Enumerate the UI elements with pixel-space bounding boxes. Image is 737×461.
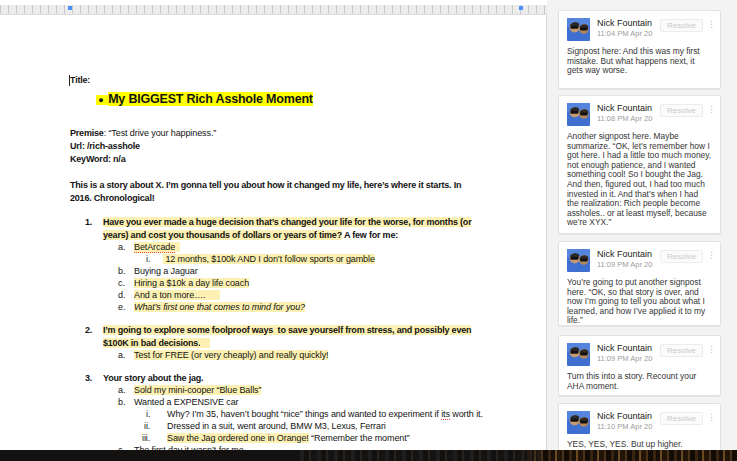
list-marker: 3. xyxy=(85,373,92,384)
comment-menu-icon[interactable]: ⋮ xyxy=(707,20,716,29)
comment-body: Signpost here: And this was my first mis… xyxy=(567,47,712,76)
comment-author: Nick Fountain xyxy=(597,411,652,421)
list-marker: b. xyxy=(118,266,125,277)
doc-text: Hiring a $10k a day life coach xyxy=(134,278,249,289)
comment-card[interactable]: Nick Fountain11:09 PM Apr 20Resolve⋮Turn… xyxy=(558,335,721,396)
comment-card[interactable]: Nick Fountain11:04 PM Apr 20Resolve⋮Sign… xyxy=(558,10,721,89)
comment-timestamp: 11:04 PM Apr 20 xyxy=(597,29,652,38)
doc-text: Buying a Jaguar xyxy=(134,266,198,277)
comment-author: Nick Fountain xyxy=(597,103,652,113)
comment-timestamp: 11:08 PM Apr 20 xyxy=(597,114,652,123)
list-marker: 2. xyxy=(85,325,92,336)
list-marker: b. xyxy=(118,397,125,408)
resolve-button[interactable]: Resolve xyxy=(660,250,703,263)
docs-window: Title: ● My BIGGEST Rich Asshole MomentP… xyxy=(0,0,737,461)
doc-text: Have you ever made a huge decision that’… xyxy=(103,217,471,228)
list-marker: a. xyxy=(118,385,125,396)
background-window-strip xyxy=(0,450,737,461)
doc-text: Saw the Jag ordered one in Orange! “Reme… xyxy=(167,433,410,444)
comment-menu-icon[interactable]: ⋮ xyxy=(707,251,716,260)
doc-text: 12 months, $100k AND I don’t follow spor… xyxy=(163,254,375,265)
doc-text: ● My BIGGEST Rich Asshole Moment xyxy=(96,94,313,106)
avatar xyxy=(567,249,590,272)
list-marker: i. xyxy=(146,409,150,420)
doc-text: Title: xyxy=(70,75,90,86)
list-marker: ii. xyxy=(144,421,150,432)
avatar xyxy=(567,103,590,126)
comment-author: Nick Fountain xyxy=(597,249,652,259)
indent-marker[interactable] xyxy=(68,6,72,10)
comment-author: Nick Fountain xyxy=(597,343,652,353)
comment-timestamp: 11:09 PM Apr 20 xyxy=(597,260,652,269)
doc-text: Test for FREE (or very cheaply) and real… xyxy=(134,350,328,361)
list-marker: i. xyxy=(146,254,150,265)
comment-menu-icon[interactable]: ⋮ xyxy=(707,413,716,422)
comment-menu-icon[interactable]: ⋮ xyxy=(707,345,716,354)
background-texture xyxy=(527,450,737,461)
doc-text: Sold my mini-cooper “Blue Balls” xyxy=(134,385,261,396)
comment-timestamp: 11:09 PM Apr 20 xyxy=(597,354,652,363)
doc-text: What’s first one that comes to mind for … xyxy=(134,302,305,313)
doc-text: Url: /rich-asshole xyxy=(70,141,140,152)
doc-text: years) and cost you thousands of dollars… xyxy=(103,230,398,241)
avatar xyxy=(567,18,590,41)
list-marker: iii. xyxy=(142,433,150,444)
list-marker: e. xyxy=(118,302,125,313)
avatar xyxy=(567,343,590,366)
doc-text: $100K in bad decisions. xyxy=(103,338,210,349)
comment-body: YES, YES, YES. But up higher. xyxy=(567,440,712,450)
doc-text: And a ton more…. xyxy=(134,290,220,301)
list-marker: 1. xyxy=(85,217,92,228)
resolve-button[interactable]: Resolve xyxy=(660,104,703,117)
list-marker: a. xyxy=(118,350,125,361)
doc-text: Your story about the jag. xyxy=(103,373,203,384)
doc-text: This is a story about X. I’m gonna tell … xyxy=(70,180,461,191)
doc-text: BetArcade xyxy=(134,242,180,253)
avatar xyxy=(567,411,590,434)
comment-card[interactable]: Nick Fountain11:09 PM Apr 20Resolve⋮You’… xyxy=(558,241,721,326)
doc-text: Dressed in a suit, went around, BMW M3, … xyxy=(167,421,386,432)
list-marker: d. xyxy=(118,290,125,301)
right-indent-marker[interactable] xyxy=(519,6,523,10)
resolve-button[interactable]: Resolve xyxy=(660,412,703,425)
doc-page[interactable]: Title: ● My BIGGEST Rich Asshole MomentP… xyxy=(0,14,547,461)
comment-author: Nick Fountain xyxy=(597,18,652,28)
doc-text: Why? I’m 35, haven’t bought “nice” thing… xyxy=(167,409,483,420)
comment-menu-icon[interactable]: ⋮ xyxy=(707,105,716,114)
doc-text: 2016. Chronological! xyxy=(70,193,155,204)
doc-text: Premise: “Test drive your happiness.” xyxy=(70,128,216,139)
doc-text: KeyWord: n/a xyxy=(70,154,125,165)
comment-body: You’re going to put another signpost her… xyxy=(567,278,712,326)
comment-card[interactable]: Nick Fountain11:08 PM Apr 20Resolve⋮Anot… xyxy=(558,95,721,234)
background-texture xyxy=(300,450,540,461)
resolve-button[interactable]: Resolve xyxy=(660,19,703,32)
list-marker: a. xyxy=(118,242,125,253)
list-marker: c. xyxy=(118,278,125,289)
comment-timestamp: 11:10 PM Apr 20 xyxy=(597,422,652,431)
comment-body: Another signpost here. Maybe summarize. … xyxy=(567,132,712,228)
comment-body: Turn this into a story. Recount your AHA… xyxy=(567,372,712,391)
doc-text: Wanted a EXPENSIVE car xyxy=(134,397,239,408)
doc-text: I’m going to explore some foolproof ways… xyxy=(103,325,471,336)
resolve-button[interactable]: Resolve xyxy=(660,344,703,357)
